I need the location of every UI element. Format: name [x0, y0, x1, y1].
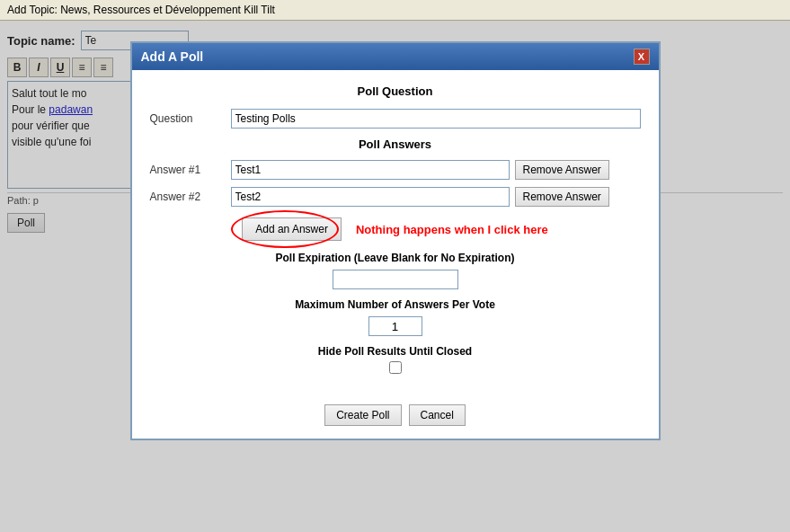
hide-results-label: Hide Poll Results Until Closed	[150, 345, 641, 358]
title-text: Add Topic: News, Ressources et Développe…	[7, 4, 275, 16]
answer1-row: Answer #1 Remove Answer	[150, 160, 641, 180]
remove-answer1-button[interactable]: Remove Answer	[515, 160, 609, 180]
poll-question-section-title: Poll Question	[150, 84, 641, 98]
modal-title: Add A Poll	[141, 49, 204, 64]
add-poll-modal: Add A Poll X Poll Question Question Poll…	[130, 41, 661, 440]
expiration-label: Poll Expiration (Leave Blank for No Expi…	[150, 252, 641, 264]
cancel-button[interactable]: Cancel	[409, 404, 466, 426]
title-bar: Add Topic: News, Ressources et Développe…	[0, 0, 790, 21]
answer2-label: Answer #2	[150, 191, 231, 203]
add-answer-container: Add an Answer Nothing happens when I cli…	[150, 217, 641, 241]
remove-answer2-button[interactable]: Remove Answer	[515, 187, 609, 207]
expiration-section: Poll Expiration (Leave Blank for No Expi…	[150, 252, 641, 289]
question-input[interactable]	[231, 109, 641, 129]
question-label: Question	[150, 112, 231, 125]
question-row: Question	[150, 109, 641, 129]
answer2-input[interactable]	[231, 187, 510, 207]
answer1-label: Answer #1	[150, 164, 231, 176]
answer1-input[interactable]	[231, 160, 510, 180]
add-answer-button[interactable]: Add an Answer	[242, 217, 342, 241]
modal-footer: Create Poll Cancel	[132, 397, 659, 439]
answer2-row: Answer #2 Remove Answer	[150, 187, 641, 207]
max-answers-section: Maximum Number of Answers Per Vote	[150, 298, 641, 336]
nothing-happens-text: Nothing happens when I click here	[356, 223, 548, 236]
hide-results-section: Hide Poll Results Until Closed	[150, 345, 641, 374]
create-poll-button[interactable]: Create Poll	[324, 404, 401, 426]
modal-overlay: Add A Poll X Poll Question Question Poll…	[0, 23, 790, 532]
max-answers-label: Maximum Number of Answers Per Vote	[150, 298, 641, 311]
modal-header: Add A Poll X	[132, 43, 659, 70]
max-answers-input[interactable]	[368, 316, 422, 336]
modal-close-button[interactable]: X	[634, 49, 650, 65]
modal-body: Poll Question Question Poll Answers Answ…	[132, 70, 659, 397]
poll-answers-section-title: Poll Answers	[150, 137, 641, 151]
add-answer-wrapper: Add an Answer	[242, 217, 342, 241]
hide-results-checkbox[interactable]	[389, 361, 402, 374]
expiration-input[interactable]	[333, 270, 458, 289]
